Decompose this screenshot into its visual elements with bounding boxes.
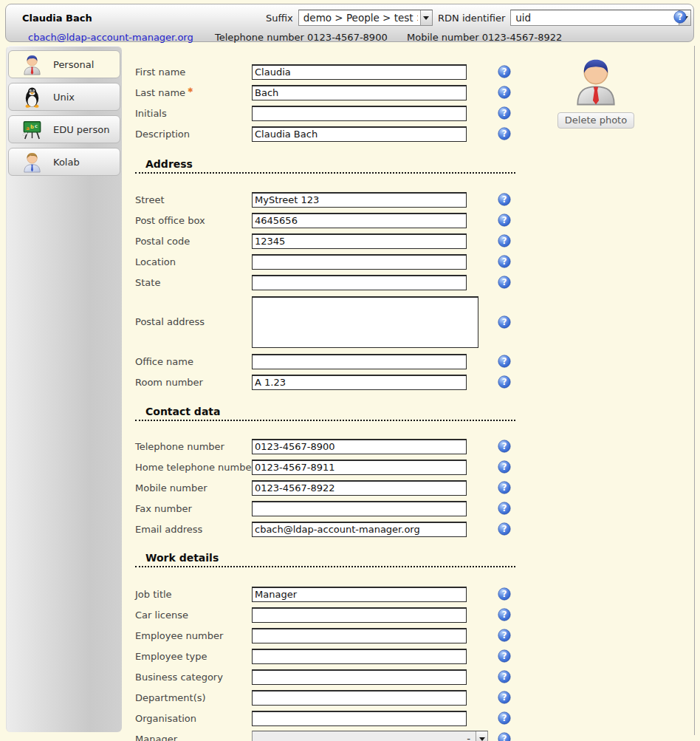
svg-text:?: ? [502, 277, 507, 287]
help-icon[interactable]: ? [498, 732, 511, 741]
initials-input[interactable] [252, 106, 467, 121]
street-input[interactable] [252, 192, 467, 208]
email-address-input[interactable] [252, 522, 467, 537]
section-heading-contact-data: Contact data [135, 406, 515, 421]
help-icon[interactable]: ? [498, 587, 511, 601]
help-icon[interactable]: ? [498, 460, 511, 474]
header-email-link[interactable]: cbach@ldap-account-manager.org [28, 32, 193, 43]
manager-select-value: - [257, 733, 473, 741]
postal-address-input[interactable] [252, 296, 478, 348]
room-number-input[interactable] [252, 375, 467, 390]
form-row-first-name: First name? [135, 61, 513, 82]
suffix-select-value: demo > People > test > de [303, 12, 418, 24]
location-input[interactable] [252, 254, 467, 270]
field-label-post-office-box: Post office box [135, 215, 252, 226]
section-heading-work-details: Work details [135, 552, 515, 567]
manager-select[interactable]: - [252, 731, 488, 741]
fax-number-input[interactable] [252, 501, 467, 516]
help-icon[interactable]: ? [498, 65, 511, 78]
field-label-home-telephone-number: Home telephone number [135, 462, 252, 473]
field-label-business-category: Business category [135, 672, 252, 683]
tab-edu-person[interactable]: abcEDU person [8, 115, 120, 143]
telephone-number-input[interactable] [252, 439, 467, 454]
help-icon[interactable]: ? [498, 502, 511, 515]
help-icon[interactable]: ? [498, 86, 511, 99]
help-icon[interactable]: ? [498, 649, 511, 663]
user-photo-icon [555, 52, 636, 111]
employee-type-input[interactable] [252, 649, 467, 664]
field-label-fax-number: Fax number [135, 503, 252, 514]
help-icon[interactable]: ? [498, 214, 511, 227]
svg-text:?: ? [502, 215, 507, 225]
post-office-box-input[interactable] [252, 213, 467, 228]
rdn-label: RDN identifier [438, 13, 505, 24]
rdn-select[interactable]: uid [510, 10, 691, 26]
svg-text:?: ? [502, 256, 507, 267]
header-help-icon[interactable]: ? [673, 10, 687, 24]
svg-text:?: ? [502, 713, 507, 723]
tab-kolab[interactable]: Kolab [8, 148, 120, 176]
field-label-car-license: Car license [135, 609, 252, 621]
help-icon[interactable]: ? [498, 127, 511, 140]
form-row-initials: Initials? [135, 103, 513, 123]
delete-photo-button[interactable]: Delete photo [557, 112, 634, 129]
tab-unix[interactable]: Unix [8, 83, 120, 111]
field-label-mobile-number: Mobile number [135, 482, 252, 494]
first-name-input[interactable] [252, 64, 467, 80]
help-icon[interactable]: ? [498, 276, 511, 289]
svg-text:?: ? [502, 692, 507, 703]
field-label-job-title: Job title [135, 589, 252, 600]
state-input[interactable] [252, 275, 467, 290]
help-icon[interactable]: ? [498, 440, 511, 453]
help-icon[interactable]: ? [498, 711, 511, 725]
dropdown-arrow-icon[interactable] [420, 10, 432, 25]
svg-text:b: b [30, 124, 34, 130]
business-category-input[interactable] [252, 669, 467, 685]
help-icon[interactable]: ? [498, 481, 511, 494]
suffix-label: Suffix [266, 13, 293, 24]
departments-input[interactable] [252, 690, 467, 706]
organisation-input[interactable] [252, 711, 467, 726]
form-row-last-name: Last name✱? [135, 82, 513, 103]
field-label-office-name: Office name [135, 356, 252, 367]
car-license-input[interactable] [252, 607, 467, 623]
job-title-input[interactable] [252, 587, 467, 602]
tab-label: EDU person [53, 124, 109, 135]
svg-text:?: ? [502, 377, 507, 387]
help-icon[interactable]: ? [498, 355, 511, 368]
help-icon[interactable]: ? [498, 315, 511, 329]
suffix-select[interactable]: demo > People > test > de [298, 10, 433, 26]
help-icon[interactable]: ? [498, 691, 511, 704]
description-input[interactable] [252, 126, 467, 142]
mobile-number-input[interactable] [252, 480, 467, 496]
office-name-input[interactable] [252, 354, 467, 369]
help-icon[interactable]: ? [498, 629, 511, 642]
form-row-street: Street? [135, 189, 513, 210]
field-label-description: Description [135, 129, 252, 140]
tab-personal[interactable]: Personal [8, 50, 120, 78]
help-icon[interactable]: ? [498, 193, 511, 206]
field-label-organisation: Organisation [135, 713, 252, 724]
section-heading-address: Address [135, 158, 515, 174]
field-label-location: Location [135, 256, 252, 267]
postal-code-input[interactable] [252, 233, 467, 249]
field-label-last-name: Last name✱ [135, 86, 252, 98]
help-icon[interactable]: ? [498, 608, 511, 621]
help-icon[interactable]: ? [498, 522, 511, 536]
last-name-input[interactable] [252, 85, 467, 100]
form-row-room-number: Room number? [135, 372, 513, 392]
help-icon[interactable]: ? [498, 255, 511, 268]
help-icon[interactable]: ? [498, 375, 511, 389]
form-row-business-category: Business category? [135, 666, 513, 687]
help-icon[interactable]: ? [498, 670, 511, 683]
svg-text:?: ? [502, 651, 507, 661]
form-row-car-license: Car license? [135, 604, 513, 625]
tab-label: Kolab [53, 157, 80, 168]
help-icon[interactable]: ? [498, 106, 511, 120]
rdn-select-value: uid [515, 12, 676, 24]
employee-number-input[interactable] [252, 628, 467, 643]
field-label-postal-code: Postal code [135, 236, 252, 247]
home-telephone-number-input[interactable] [252, 460, 467, 475]
help-icon[interactable]: ? [498, 234, 511, 247]
dropdown-arrow-icon[interactable] [476, 731, 487, 741]
